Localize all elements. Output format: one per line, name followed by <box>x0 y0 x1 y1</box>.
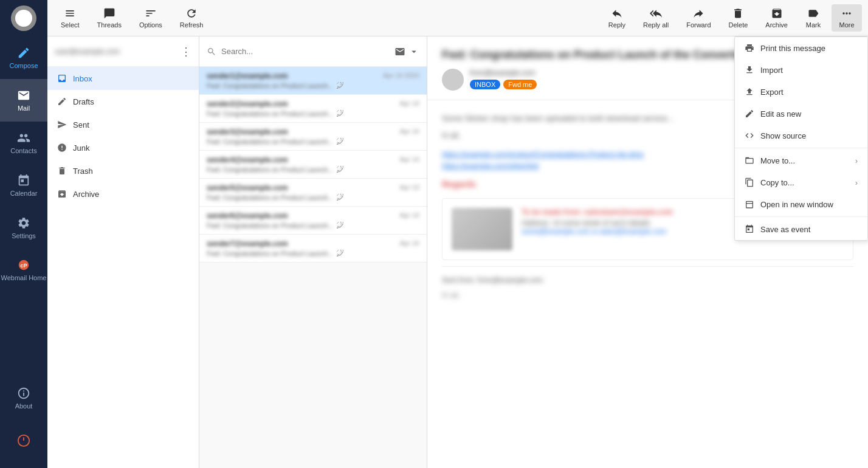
reply-all-button[interactable]: Reply all <box>636 4 676 32</box>
dropdown-item-label: Export <box>760 88 784 97</box>
webmail-icon: cP <box>17 258 30 272</box>
message-item[interactable]: sender3@example.com Apr 14 Fwd: Congratu… <box>199 123 427 151</box>
sidebar-item-settings[interactable]: Settings <box>0 207 47 249</box>
dropdown-item-export[interactable]: Export <box>735 81 867 103</box>
dropdown-item-label: Open in new window <box>760 200 833 209</box>
reply-all-icon <box>650 7 662 19</box>
delete-button[interactable]: Delete <box>722 4 756 32</box>
nav-item-label: Drafts <box>73 97 94 106</box>
sidebar-item-label: Compose <box>9 62 38 69</box>
archive-button[interactable]: Archive <box>758 4 795 32</box>
attachment-info: To be made from: salesteam@example.com A… <box>522 208 673 250</box>
message-item[interactable]: sender5@example.com Apr 14 Fwd: Congratu… <box>199 179 427 207</box>
nav-item-drafts[interactable]: Drafts <box>47 90 199 113</box>
dropdown-item-label: Move to... <box>760 156 795 165</box>
dropdown-item-show-source[interactable]: Show source <box>735 125 867 146</box>
print-icon <box>745 43 754 53</box>
sidebar-item-logout[interactable] <box>0 419 47 462</box>
nav-pane: user@example.com ⋮ Inbox Drafts Sent <box>47 36 199 468</box>
message-item[interactable]: sender6@example.com Apr 14 Fwd: Congratu… <box>199 207 427 235</box>
forward-button[interactable]: Forward <box>679 4 718 32</box>
message-item[interactable]: sender1@example.com Apr 14 2023 Fwd: Con… <box>199 67 427 95</box>
account-header: user@example.com ⋮ <box>47 36 199 67</box>
refresh-button[interactable]: Refresh <box>173 4 211 32</box>
junk-icon <box>57 143 67 153</box>
dropdown-item-move-to[interactable]: Move to... › <box>735 150 867 171</box>
tag-inbox[interactable]: INBOX <box>470 80 500 89</box>
account-more-button[interactable]: ⋮ <box>181 45 191 58</box>
dropdown-item-copy-to[interactable]: Copy to... › <box>735 171 867 193</box>
settings-icon <box>17 216 30 230</box>
dropdown-item-save-as-event[interactable]: Save as event <box>735 218 867 240</box>
nav-item-sent[interactable]: Sent <box>47 113 199 136</box>
dropdown-item-label: Copy to... <box>760 178 794 187</box>
select-button[interactable]: Select <box>53 4 87 32</box>
message-item[interactable]: sender7@example.com Apr 14 Fwd: Congratu… <box>199 235 427 263</box>
forward-icon <box>692 7 704 19</box>
threads-icon <box>103 7 115 19</box>
sidebar-item-webmail-home[interactable]: cP Webmail Home <box>0 249 47 292</box>
dropdown-item-import[interactable]: Import <box>735 59 867 81</box>
dropdown-item-print[interactable]: Print this message <box>735 37 867 59</box>
reply-button[interactable]: Reply <box>601 4 633 32</box>
sent-icon <box>57 120 67 129</box>
delete-icon <box>732 7 744 19</box>
nav-item-label: Sent <box>73 120 89 129</box>
chevron-right-icon: › <box>855 156 858 165</box>
sidebar-item-label: Contacts <box>10 147 36 154</box>
chevron-down-icon[interactable] <box>408 46 419 57</box>
nav-item-inbox[interactable]: Inbox <box>47 67 199 90</box>
select-icon <box>64 7 76 19</box>
sidebar-item-contacts[interactable]: Contacts <box>0 122 47 164</box>
message-list-pane: sender1@example.com Apr 14 2023 Fwd: Con… <box>199 36 427 468</box>
sidebar-bottom: About <box>0 377 47 468</box>
dropdown-item-edit-as-new[interactable]: Edit as new <box>735 103 867 125</box>
mark-button[interactable]: Mark <box>798 4 828 32</box>
nav-item-junk[interactable]: Junk <box>47 136 199 159</box>
search-input[interactable] <box>221 47 390 56</box>
message-item[interactable]: sender2@example.com Apr 14 Fwd: Congratu… <box>199 95 427 123</box>
account-email: user@example.com <box>55 47 176 56</box>
compose-icon <box>17 46 30 60</box>
avatar <box>442 69 464 91</box>
about-icon <box>17 387 30 400</box>
refresh-icon <box>185 7 198 19</box>
sidebar-item-calendar[interactable]: Calendar <box>0 164 47 207</box>
inbox-icon <box>57 74 67 83</box>
options-button[interactable]: Options <box>132 4 170 32</box>
chevron-right-icon: › <box>855 178 858 187</box>
sidebar-item-compose[interactable]: Compose <box>0 36 47 79</box>
dropdown-item-label: Edit as new <box>760 109 801 119</box>
more-icon <box>841 7 853 19</box>
sidebar-item-label: Webmail Home <box>1 274 47 282</box>
nav-item-label: Junk <box>73 143 89 153</box>
dropdown-item-label: Print this message <box>760 44 825 53</box>
nav-item-trash[interactable]: Trash <box>47 159 199 182</box>
svg-text:cP: cP <box>20 263 27 269</box>
dropdown-divider <box>735 216 867 217</box>
nav-item-label: Trash <box>73 167 93 176</box>
nav-item-label: Archive <box>73 190 99 199</box>
window-icon <box>745 199 754 209</box>
copy-icon <box>745 177 754 187</box>
source-icon <box>745 131 754 140</box>
mail-filter-icon[interactable] <box>394 46 405 57</box>
sidebar-item-mail[interactable]: Mail <box>0 79 47 122</box>
threads-button[interactable]: Threads <box>90 4 129 32</box>
options-icon <box>145 7 157 19</box>
nav-item-label: Inbox <box>73 74 92 83</box>
tag-fwd[interactable]: Fwd me <box>503 80 537 89</box>
message-item[interactable]: sender4@example.com Apr 14 Fwd: Congratu… <box>199 151 427 179</box>
sidebar-item-label: Calendar <box>10 190 38 197</box>
dropdown-item-open-new-window[interactable]: Open in new window <box>735 193 867 215</box>
sidebar-item-label: About <box>15 402 33 410</box>
import-icon <box>745 65 754 75</box>
dropdown-item-label: Show source <box>760 131 806 140</box>
drafts-nav-icon <box>57 97 67 106</box>
trash-nav-icon <box>57 166 67 176</box>
mail-icon <box>17 89 30 102</box>
sidebar-item-about[interactable]: About <box>0 377 47 419</box>
nav-item-archive[interactable]: Archive <box>47 182 199 205</box>
search-filter-icons <box>394 46 419 57</box>
more-button[interactable]: More <box>832 4 862 32</box>
